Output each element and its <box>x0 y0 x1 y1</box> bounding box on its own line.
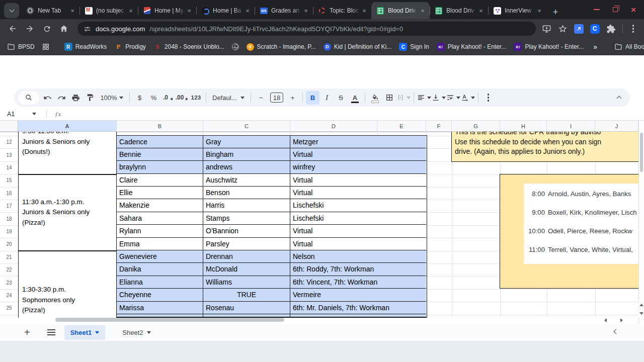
grid-corner[interactable] <box>0 121 18 132</box>
merge-cells-button[interactable] <box>396 91 411 105</box>
cell-B17[interactable]: Makenzie <box>117 199 203 212</box>
sheet-tab-sheet2[interactable]: Sheet2 <box>116 325 156 340</box>
tab-close-button[interactable]: × <box>419 7 427 15</box>
cell-B16[interactable]: Ellie <box>117 187 203 199</box>
cell-C17[interactable]: Harris <box>203 199 290 212</box>
text-wrap-button[interactable] <box>446 91 460 105</box>
cell-B12[interactable]: Cadence <box>117 136 203 148</box>
cell-C18[interactable]: Stamps <box>203 212 290 225</box>
cell-C25[interactable]: Rosenau <box>203 302 290 314</box>
row-header-15[interactable]: 15 <box>0 174 18 187</box>
cell-C22[interactable]: McDonald <box>203 263 290 276</box>
decrease-font-size-button[interactable]: − <box>254 91 268 105</box>
vertical-scrollbar[interactable] <box>640 133 643 172</box>
cell-D20[interactable]: Virtual <box>290 238 426 250</box>
cell-B18[interactable]: Sahara <box>117 212 203 225</box>
back-button[interactable] <box>5 21 20 36</box>
bookmark-sign-in[interactable]: CSign In <box>399 43 429 51</box>
cell-D17[interactable]: Lischefski <box>290 199 426 212</box>
text-rotation-button[interactable] <box>461 91 475 105</box>
bookmark-all-bookmarks[interactable]: All Bookmarks <box>614 43 644 51</box>
cell-B22[interactable]: Danika <box>117 263 203 276</box>
cell-D23[interactable]: 6th: Vincent, 7th: Workman <box>290 276 426 289</box>
browser-tab-8[interactable]: Blood Driv× <box>430 2 488 19</box>
cell-C19[interactable]: O'Bannion <box>203 225 290 237</box>
row-header-17[interactable]: 17 <box>0 200 18 212</box>
cell-D13[interactable]: Virtual <box>290 148 426 161</box>
borders-button[interactable] <box>382 91 396 105</box>
cell-C24[interactable]: TRUE <box>203 289 290 301</box>
bookmark-chevrons[interactable]: » <box>591 43 599 51</box>
column-header-H[interactable]: H <box>500 121 547 132</box>
bookmark-scratch-imagine-p[interactable]: SScratch - Imagine, P... <box>247 43 316 51</box>
strikethrough-button[interactable]: S <box>334 91 348 105</box>
cell-B25[interactable]: Marissa <box>117 302 203 314</box>
window-restore-button[interactable] <box>613 7 618 12</box>
vertical-align-button[interactable] <box>432 91 446 105</box>
bookmark-star-icon[interactable] <box>558 24 568 34</box>
scroll-left-button[interactable] <box>599 316 612 324</box>
increase-decimal-button[interactable]: .00 <box>175 91 189 105</box>
column-header-D[interactable]: D <box>290 121 377 132</box>
font-select[interactable]: Defaul... <box>209 91 248 105</box>
column-header-C[interactable]: C <box>203 121 290 132</box>
undo-button[interactable] <box>41 91 54 105</box>
cell-B20[interactable]: Emma <box>117 238 203 250</box>
site-settings-icon[interactable] <box>84 25 91 33</box>
new-tab-button[interactable]: + <box>548 5 562 19</box>
bookmark-bpsd[interactable]: BPSD <box>7 43 35 51</box>
tab-close-button[interactable]: × <box>244 7 252 15</box>
cell-D25[interactable]: 6th: Mr. Daniels, 7th: Workman <box>290 302 426 314</box>
bookmark-prodigy[interactable]: PProdigy <box>114 43 146 51</box>
collapse-toolbar-button[interactable] <box>612 91 626 105</box>
cell-D18[interactable]: Lischefski <box>290 212 426 225</box>
row-header-21[interactable]: 21 <box>0 251 18 263</box>
cell-C21[interactable]: Drennan <box>203 250 290 263</box>
cell-D16[interactable]: Virtual <box>290 187 426 199</box>
column-header-I[interactable]: I <box>547 121 595 132</box>
row-header-16[interactable]: 16 <box>0 187 18 200</box>
extensions-puzzle-icon[interactable] <box>606 24 616 34</box>
tab-close-button[interactable]: × <box>68 7 76 15</box>
merged-cell-group-1[interactable]: 9:30-11:30 a.m. Juniors & Seniors only (… <box>18 132 117 174</box>
cell-C12[interactable]: Gray <box>203 136 290 148</box>
row-header-24[interactable]: 24 <box>0 289 18 302</box>
merged-cell-group-3[interactable]: 1:30-3:30 p.m. Sophomores only (Pizza!) <box>18 251 117 318</box>
cell-B13[interactable]: Bennie <box>117 148 203 161</box>
increase-font-size-button[interactable]: + <box>286 91 299 105</box>
tab-search-button[interactable] <box>4 3 19 18</box>
column-header-E[interactable]: E <box>377 121 426 132</box>
cell-D12[interactable]: Metzger <box>290 136 426 148</box>
browser-tab-1[interactable]: New Tab× <box>21 2 79 19</box>
all-sheets-button[interactable] <box>47 329 55 335</box>
browser-tab-4[interactable]: Home | Ba× <box>196 2 255 19</box>
bold-button[interactable]: B <box>306 91 319 105</box>
row-header-12[interactable]: 12 <box>0 136 18 148</box>
row-header-22[interactable]: 22 <box>0 263 18 276</box>
cell-B14[interactable]: braylynn <box>117 161 203 173</box>
sheet-tab-sheet1[interactable]: Sheet1 <box>64 325 106 340</box>
toolbar-more-button[interactable] <box>481 91 495 105</box>
cell-C15[interactable]: Auschwitz <box>203 174 290 187</box>
scroll-down-button[interactable] <box>638 309 644 317</box>
tab-close-button[interactable]: × <box>127 7 135 15</box>
bookmark-readworks[interactable]: RReadWorks <box>64 43 107 51</box>
browser-tab-6[interactable]: Topic: Bloc× <box>313 2 371 19</box>
bookmark-play-kahoot-enter[interactable]: K!Play Kahoot! - Enter... <box>514 43 584 51</box>
cell-D21[interactable]: Nelson <box>290 250 426 263</box>
cell-B23[interactable]: Elianna <box>117 276 203 289</box>
format-percent-button[interactable]: % <box>147 91 160 105</box>
bookmark-kid-definition-of-ki[interactable]: DKid | Definition of Ki... <box>324 43 392 51</box>
tab-close-button[interactable]: × <box>360 7 368 15</box>
print-button[interactable] <box>69 91 83 105</box>
browser-tab-5[interactable]: Grades an× <box>255 2 313 19</box>
format-currency-button[interactable]: $ <box>133 91 146 105</box>
home-button[interactable] <box>56 21 71 36</box>
install-app-icon[interactable] <box>542 24 551 34</box>
chevron-down-icon[interactable] <box>32 113 36 115</box>
column-header-G[interactable]: G <box>452 121 500 132</box>
cell-C16[interactable]: Benson <box>203 187 290 199</box>
cell-C14[interactable]: andrews <box>203 161 290 173</box>
italic-button[interactable]: I <box>320 91 334 105</box>
number-format-button[interactable]: 123 <box>189 91 203 105</box>
